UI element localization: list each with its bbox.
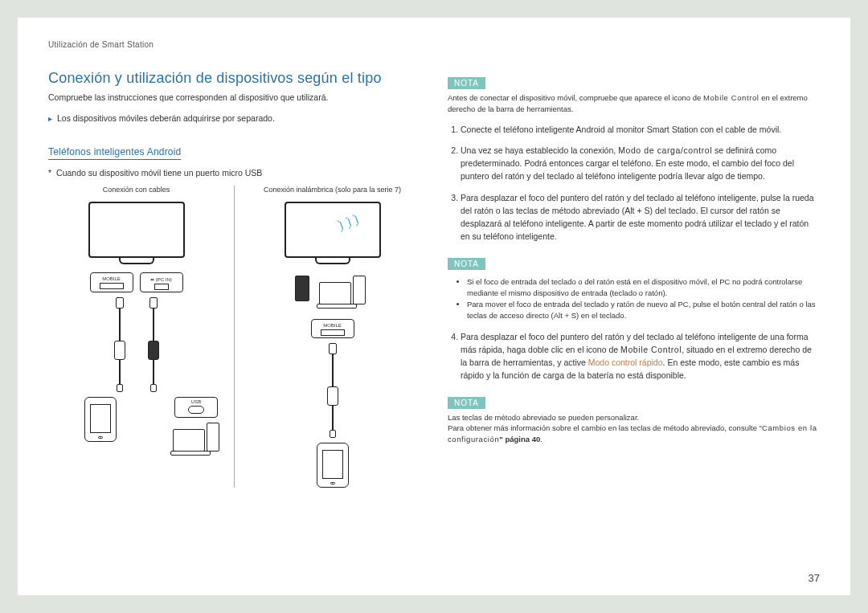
phone-icon — [84, 397, 117, 442]
wired-diagram: Conexión con cables MOBILE ⬌ (PC IN) — [48, 186, 235, 488]
page-title: Conexión y utilización de dispositivos s… — [48, 70, 420, 87]
breadcrumb: Utilización de Smart Station — [48, 40, 420, 49]
bullet-item: ▸ Los dispositivos móviles deberán adqui… — [48, 112, 420, 125]
intro-text: Compruebe las instrucciones que correspo… — [48, 92, 420, 104]
pc-icon — [314, 276, 371, 311]
note-2-item: Para mover el foco de entrada del teclad… — [467, 299, 820, 322]
port-mobile: MOBILE — [90, 272, 133, 292]
sub-heading-android: Teléfonos inteligentes Android — [48, 146, 181, 160]
monitor-icon — [285, 202, 381, 258]
monitor-icon — [88, 202, 185, 258]
step-4: Para desplazar el foco del puntero del r… — [461, 330, 820, 382]
bullet-text: Los dispositivos móviles deberán adquiri… — [57, 112, 275, 125]
note-2-list: Si el foco de entrada del teclado o del … — [467, 276, 820, 322]
footnote-text: Cuando su dispositivo móvil tiene un pue… — [56, 168, 262, 178]
note-1-text: Antes de conectar el dispositivo móvil, … — [448, 92, 820, 115]
bullet-icon: ▸ — [48, 112, 52, 125]
note-3-line1: Las teclas de método abreviado se pueden… — [448, 412, 820, 423]
cable-mobile-icon — [327, 343, 338, 438]
instruction-steps-cont: Para desplazar el foco del puntero del r… — [461, 330, 820, 382]
note-badge: NOTA — [448, 77, 485, 89]
note-2-item: Si el foco de entrada del teclado o del … — [467, 276, 820, 300]
page-number: 37 — [809, 572, 820, 584]
phone-icon — [317, 443, 349, 488]
cable-mobile-icon — [114, 297, 125, 392]
step-2: Una vez se haya establecido la conexión,… — [461, 144, 820, 183]
wired-caption: Conexión con cables — [48, 186, 224, 195]
pc-icon — [168, 423, 224, 458]
note-3-line2: Para obtener más información sobre el ca… — [448, 423, 820, 445]
step-3: Para desplazar el foco del puntero del r… — [461, 191, 820, 243]
usb-port-icon: USB — [174, 397, 218, 418]
port-pc-in: ⬌ (PC IN) — [140, 272, 183, 292]
wireless-caption: Conexión inalámbrica (solo para la serie… — [244, 186, 420, 195]
manual-page: Utilización de Smart Station Conexión y … — [18, 18, 850, 595]
right-column: NOTA Antes de conectar el dispositivo mó… — [448, 40, 820, 581]
instruction-steps: Conecte el teléfono inteligente Android … — [461, 123, 820, 243]
note-badge: NOTA — [448, 258, 485, 270]
port-mobile: MOBILE — [311, 319, 354, 338]
footnote: * Cuando su dispositivo móvil tiene un p… — [48, 168, 420, 178]
cable-usb-icon — [148, 297, 159, 392]
note-badge: NOTA — [448, 397, 485, 409]
step-1: Conecte el teléfono inteligente Android … — [461, 123, 820, 136]
router-icon — [295, 276, 309, 301]
asterisk-icon: * — [48, 168, 51, 178]
connection-diagrams: Conexión con cables MOBILE ⬌ (PC IN) — [48, 186, 420, 488]
wireless-diagram: Conexión inalámbrica (solo para la serie… — [235, 186, 420, 488]
left-column: Utilización de Smart Station Conexión y … — [48, 40, 420, 581]
